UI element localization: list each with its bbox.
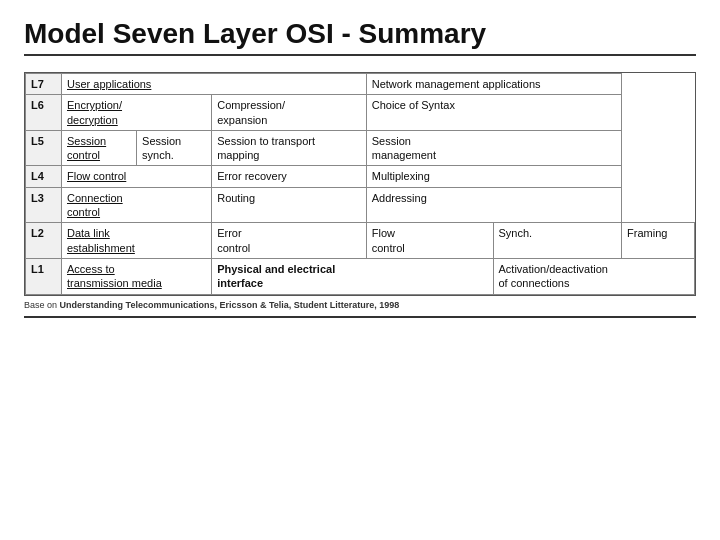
table-row: L3 Connectioncontrol Routing Addressing — [26, 187, 695, 223]
table-row: L4 Flow control Error recovery Multiplex… — [26, 166, 695, 187]
cell-l1-1: Access totransmission media — [62, 258, 212, 294]
table-row: L2 Data linkestablishment Errorcontrol F… — [26, 223, 695, 259]
footnote-prefix: Base on — [24, 300, 57, 310]
layer-label-l4: L4 — [26, 166, 62, 187]
table-row: L6 Encryption/decryption Compression/exp… — [26, 95, 695, 131]
layer-label-l2: L2 — [26, 223, 62, 259]
cell-l2-3: Flowcontrol — [366, 223, 493, 259]
table-row: L1 Access totransmission media Physical … — [26, 258, 695, 294]
cell-l7-2: Network management applications — [366, 74, 621, 95]
cell-l4-2: Error recovery — [212, 166, 367, 187]
bottom-divider — [24, 316, 696, 318]
table-row: L7 User applications Network management … — [26, 74, 695, 95]
layer-label-l1: L1 — [26, 258, 62, 294]
cell-l6-2: Compression/expansion — [212, 95, 367, 131]
footnote: Base on Understanding Telecommunications… — [24, 300, 696, 310]
cell-l1-3: Activation/deactivationof connections — [493, 258, 695, 294]
cell-l1-2: Physical and electricalinterface — [212, 258, 493, 294]
cell-l2-4: Synch. — [493, 223, 622, 259]
cell-l2-5: Framing — [622, 223, 695, 259]
cell-l7-1: User applications — [62, 74, 367, 95]
page-title: Model Seven Layer OSI - Summary — [24, 18, 696, 56]
cell-l2-1: Data linkestablishment — [62, 223, 212, 259]
osi-table: L7 User applications Network management … — [24, 72, 696, 296]
cell-l4-3: Multiplexing — [366, 166, 621, 187]
layer-label-l6: L6 — [26, 95, 62, 131]
cell-l5-2: Sessionsynch. — [137, 130, 212, 166]
cell-l5-4: Sessionmanagement — [366, 130, 621, 166]
layer-label-l3: L3 — [26, 187, 62, 223]
footnote-bold: Understanding Telecommunications, Ericss… — [60, 300, 400, 310]
cell-l6-3: Choice of Syntax — [366, 95, 621, 131]
cell-l3-2: Routing — [212, 187, 367, 223]
cell-l2-2: Errorcontrol — [212, 223, 367, 259]
table-row: L5 Sessioncontrol Sessionsynch. Session … — [26, 130, 695, 166]
layer-label-l7: L7 — [26, 74, 62, 95]
cell-l6-1: Encryption/decryption — [62, 95, 212, 131]
cell-l3-3: Addressing — [366, 187, 621, 223]
cell-l3-1: Connectioncontrol — [62, 187, 212, 223]
cell-l5-3: Session to transportmapping — [212, 130, 367, 166]
cell-l5-1: Sessioncontrol — [62, 130, 137, 166]
layer-label-l5: L5 — [26, 130, 62, 166]
cell-l4-1: Flow control — [62, 166, 212, 187]
